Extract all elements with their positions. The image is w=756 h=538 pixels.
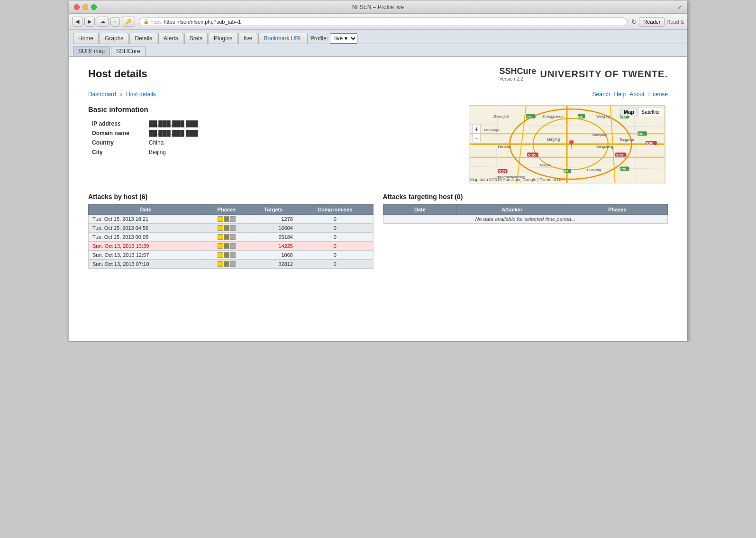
svg-text:Mentougou: Mentougou — [484, 128, 501, 132]
cell-compromises: 0 — [297, 242, 373, 251]
forward-button[interactable]: ▶ — [84, 17, 95, 27]
table-row[interactable]: Sun. Oct 13, 2013 07:10328120 — [89, 260, 373, 269]
phase-box-gray — [230, 216, 236, 222]
col-compromises: Compromises — [297, 205, 373, 215]
cell-targets: 1278 — [250, 215, 297, 224]
phase-box-gray — [230, 234, 236, 240]
svg-text:Huaxiang: Huaxiang — [587, 168, 601, 172]
link-search[interactable]: Search — [592, 91, 610, 98]
right-column: Mentougou Haidian Beijing Chaoyang Dongc… — [469, 105, 668, 183]
breadcrumb-dashboard[interactable]: Dashboard — [88, 91, 116, 98]
attacks-by-host-title: Attacks by host (6) — [88, 193, 373, 201]
col-t-date: Date — [383, 205, 457, 215]
reader-extra: Read & — [666, 19, 684, 25]
basic-info-title: Basic information — [88, 105, 459, 113]
phase-box-olive — [224, 225, 229, 231]
col-date: Date — [89, 205, 203, 215]
top-links: Search Help About License — [592, 91, 668, 98]
svg-text:Zhongguancun: Zhongguancun — [543, 115, 565, 119]
tab-bookmark-url[interactable]: Bookmark URL — [258, 33, 307, 44]
link-license[interactable]: License — [648, 91, 668, 98]
link-help[interactable]: Help — [614, 91, 626, 98]
reader-button[interactable]: Reader — [639, 17, 665, 27]
cloud-button[interactable]: ☁ — [97, 17, 109, 27]
cell-compromises: 0 — [297, 233, 373, 242]
phase-box-yellow — [218, 234, 223, 240]
cell-compromises: 0 — [297, 251, 373, 260]
address-text[interactable]: https nfsen/nfsen.php?sub_tab=1 — [164, 19, 623, 25]
map-inner: Mentougou Haidian Beijing Chaoyang Dongc… — [469, 106, 665, 183]
minimize-button[interactable] — [82, 4, 88, 10]
phase-box-yellow — [218, 225, 223, 231]
breadcrumb-current[interactable]: Host details — [126, 91, 156, 98]
tab-sshcure[interactable]: SSHCure — [111, 46, 146, 56]
phase-box-gray — [230, 252, 236, 258]
svg-text:S50: S50 — [527, 115, 532, 119]
tab-surfmap[interactable]: SURFmap — [73, 46, 110, 56]
map-toggle-buttons: Map Satellite — [620, 108, 663, 116]
maximize-button[interactable] — [91, 4, 97, 10]
phase-box-gray — [230, 243, 236, 249]
tab-live[interactable]: live — [238, 33, 257, 44]
attacks-targeting-host-title: Attacks targeting host (0) — [383, 193, 668, 201]
table-row[interactable]: Tue. Oct 15, 2013 04:56166040 — [89, 224, 373, 233]
refresh-button[interactable]: ↻ — [631, 18, 637, 26]
address-bar: 🔒 https https nfsen/nfsen.php?sub_tab=1 — [139, 18, 628, 26]
cell-compromises: 0 — [297, 215, 373, 224]
profile-dropdown[interactable]: live ▾ — [330, 33, 357, 44]
info-row-domain: Domain name ██.███.███.███ — [88, 128, 459, 138]
tab-plugins[interactable]: Plugins — [209, 33, 237, 44]
phase-box-gray — [230, 225, 236, 231]
close-button[interactable] — [74, 4, 80, 10]
table-row[interactable]: Tue. Oct 15, 2013 18:2112780 — [89, 215, 373, 224]
brand-version: Version 2.2 — [499, 76, 536, 82]
table-row[interactable]: Tue. Oct 15, 2013 00:05651840 — [89, 233, 373, 242]
info-row-country: Country China — [88, 138, 459, 147]
no-data-message: No data available for selected time peri… — [383, 215, 668, 224]
share-button[interactable]: ↑ — [110, 17, 120, 27]
table-row[interactable]: Sun. Oct 13, 2013 13:39142250 — [89, 242, 373, 251]
ip-value: ██.███.███.███ — [145, 119, 459, 128]
back-button[interactable]: ◀ — [72, 17, 82, 27]
link-about[interactable]: About — [629, 91, 644, 98]
col-t-phases: Phases — [567, 205, 668, 215]
main-grid: Basic information IP address ██.███.███.… — [88, 105, 668, 183]
svg-text:G102: G102 — [616, 154, 624, 157]
cell-compromises: 0 — [297, 260, 373, 269]
zoom-in-button[interactable]: + — [472, 125, 481, 133]
col-t-attacker: Attacker — [457, 205, 567, 215]
zoom-out-button[interactable]: − — [472, 134, 481, 142]
attacks-targeting-host: Attacks targeting host (0) Date Attacker… — [383, 193, 668, 269]
tab-details[interactable]: Details — [129, 33, 157, 44]
page-title: Host details — [88, 68, 147, 80]
tab-home[interactable]: Home — [73, 33, 99, 44]
tab-stats[interactable]: Stats — [184, 33, 208, 44]
phase-box-yellow — [218, 216, 223, 222]
col-targets: Targets — [250, 205, 297, 215]
branding: SSHCure Version 2.2 UNIVERSITY OF TWENTE… — [499, 66, 668, 82]
domain-label: Domain name — [88, 128, 145, 138]
secondary-nav: SURFmap SSHCure — [69, 44, 687, 57]
col-phases: Phases — [203, 205, 250, 215]
table-row[interactable]: Sun. Oct 13, 2013 12:5710680 — [89, 251, 373, 260]
satellite-button[interactable]: Satellite — [638, 108, 663, 116]
attacks-by-host: Attacks by host (6) Date Phases Targets … — [88, 193, 373, 269]
browser-window: NFSEN – Profile live ⤢ ◀ ▶ ☁ ↑ 🔑 🔒 https… — [69, 0, 687, 342]
brand-sshcure: SSHCure Version 2.2 — [499, 66, 536, 82]
ip-label: IP address — [88, 119, 145, 128]
browser-toolbar: ◀ ▶ ☁ ↑ 🔑 🔒 https https nfsen/nfsen.php?… — [69, 14, 687, 30]
cell-targets: 65184 — [250, 233, 297, 242]
map-button[interactable]: Map — [620, 108, 638, 116]
svg-text:Chaoyang: Chaoyang — [592, 133, 607, 137]
phase-box-olive — [224, 216, 229, 222]
cell-targets: 14225 — [250, 242, 297, 251]
phase-box-gray — [230, 261, 236, 267]
map-container[interactable]: Mentougou Haidian Beijing Chaoyang Dongc… — [469, 105, 665, 183]
country-value: China — [145, 138, 459, 147]
svg-text:Beijing: Beijing — [547, 137, 560, 142]
tab-graphs[interactable]: Graphs — [100, 33, 128, 44]
tab-alerts[interactable]: Alerts — [158, 33, 183, 44]
map-marker: 📍 — [566, 139, 576, 150]
profile-label: Profile: — [310, 35, 328, 42]
key-button[interactable]: 🔑 — [122, 17, 135, 27]
